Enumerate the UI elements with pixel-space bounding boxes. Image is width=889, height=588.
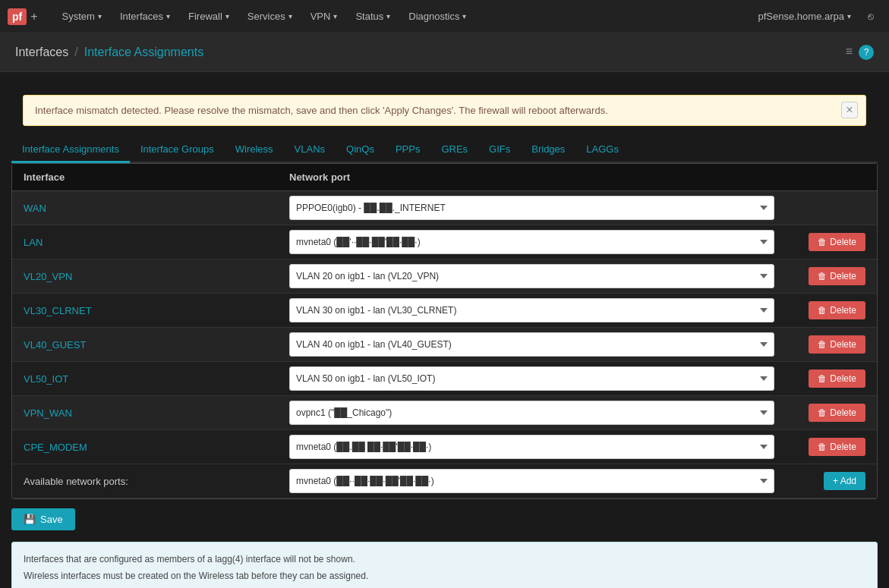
port-select-wan[interactable]: PPPOE0(igb0) - ██.██._INTERNET [289,196,774,220]
caret-icon: ▾ [333,12,337,20]
port-select-vl20[interactable]: VLAN 20 on igb1 - lan (VL20_VPN) [289,264,774,288]
col-interface-header: Interface [24,171,289,183]
brand: pf + [8,8,38,25]
interface-name-vpn-wan: VPN_WAN [24,407,289,419]
col-network-port-header: Network port [289,171,774,183]
tab-laggs[interactable]: LAGGs [575,137,629,163]
alert-close-button[interactable]: × [841,102,858,118]
list-view-icon[interactable]: ≡ [846,45,853,60]
network-port-cell-vl20: VLAN 20 on igb1 - lan (VL20_VPN) [289,264,774,288]
network-port-cell-cpe-modem: mvneta0 (██.██ ██·██'██·██·) [289,435,774,459]
port-select-vl30[interactable]: VLAN 30 on igb1 - lan (VL30_CLRNET) [289,298,774,322]
caret-icon: ▾ [166,12,170,20]
nav-item-diagnostics[interactable]: Diagnostics ▾ [399,0,475,33]
table-row: VL50_IOT VLAN 50 on igb1 - lan (VL50_IOT… [12,362,877,396]
table-header: Interface Network port [12,164,877,191]
header-icons: ≡ ? [846,45,874,60]
brand-plus: + [30,10,37,24]
tab-interface-assignments[interactable]: Interface Assignments [11,137,130,163]
trash-icon: 🗑 [818,271,827,281]
table-row: VL30_CLRNET VLAN 30 on igb1 - lan (VL30_… [12,294,877,328]
tab-ppps[interactable]: PPPs [385,137,431,163]
action-cell-cpe-modem: 🗑 Delete [774,438,865,456]
port-select-lan[interactable]: mvneta0 (██'··██·██'██·██·) [289,230,774,254]
port-select-vpn-wan[interactable]: ovpnc1 ("██_Chicago") [289,401,774,425]
interface-name-vl30: VL30_CLRNET [24,305,289,316]
interface-name-vl50: VL50_IOT [24,373,289,385]
alert-message: Interface mismatch detected. Please reso… [35,105,608,116]
network-port-cell-vpn-wan: ovpnc1 ("██_Chicago") [289,401,774,425]
caret-icon: ▾ [386,12,390,20]
table-row: LAN mvneta0 (██'··██·██'██·██·) 🗑 Delete [12,225,877,259]
nav-hostname[interactable]: pfSense.home.arpa ▾ [749,11,860,22]
nav-link-diagnostics[interactable]: Diagnostics ▾ [399,0,475,33]
available-port-cell: mvneta0 (██··██·██·██'██·██·) [289,469,774,493]
nav-item-vpn[interactable]: VPN ▾ [301,0,347,33]
trash-icon: 🗑 [818,407,827,418]
available-port-select[interactable]: mvneta0 (██··██·██·██'██·██·) [289,469,774,493]
mismatch-alert: Interface mismatch detected. Please reso… [23,95,866,126]
page-header: Interfaces / Interface Assignments ≡ ? [0,33,889,72]
delete-button-cpe-modem[interactable]: 🗑 Delete [809,438,865,456]
tab-vlans[interactable]: VLANs [284,137,336,163]
delete-button-vl40[interactable]: 🗑 Delete [809,335,865,354]
breadcrumb-parent[interactable]: Interfaces [15,46,68,59]
interface-name-lan: LAN [24,237,289,248]
help-icon[interactable]: ? [859,45,874,60]
tab-bar: Interface Assignments Interface Groups W… [11,137,878,163]
delete-button-vpn-wan[interactable]: 🗑 Delete [809,404,865,422]
interface-name-cpe-modem: CPE_MODEM [24,442,289,453]
nav-link-interfaces[interactable]: Interfaces ▾ [111,0,179,33]
breadcrumb-current: Interface Assignments [84,46,203,59]
delete-button-vl50[interactable]: 🗑 Delete [809,369,865,388]
table-row: VPN_WAN ovpnc1 ("██_Chicago") 🗑 Delete [12,396,877,430]
port-select-cpe-modem[interactable]: mvneta0 (██.██ ██·██'██·██·) [289,435,774,459]
nav-link-firewall[interactable]: Firewall ▾ [179,0,238,33]
tab-gres[interactable]: GREs [430,137,478,163]
interface-name-vl20: VL20_VPN [24,271,289,282]
main-content: Interface mismatch detected. Please reso… [0,72,889,588]
tab-qinqs[interactable]: QinQs [336,137,385,163]
tab-bridges[interactable]: Bridges [521,137,575,163]
nav-item-firewall[interactable]: Firewall ▾ [179,0,238,33]
network-port-cell-vl50: VLAN 50 on igb1 - lan (VL50_IOT) [289,366,774,391]
breadcrumb-separator: / [74,46,77,59]
action-cell-vpn-wan: 🗑 Delete [774,404,865,422]
trash-icon: 🗑 [818,237,827,247]
delete-button-vl20[interactable]: 🗑 Delete [809,267,865,285]
delete-button-vl30[interactable]: 🗑 Delete [809,301,865,319]
nav-logout-button[interactable]: ⎋ [860,11,881,22]
nav-link-vpn[interactable]: VPN ▾ [301,0,347,33]
action-cell-vl30: 🗑 Delete [774,301,865,319]
caret-icon: ▾ [225,12,229,20]
port-select-vl50[interactable]: VLAN 50 on igb1 - lan (VL50_IOT) [289,366,774,391]
tab-wireless[interactable]: Wireless [225,137,284,163]
network-port-cell-vl30: VLAN 30 on igb1 - lan (VL30_CLRNET) [289,298,774,322]
available-ports-label: Available network ports: [24,476,289,487]
tab-interface-groups[interactable]: Interface Groups [130,137,225,163]
add-action-cell: + Add [774,472,865,490]
caret-icon: ▾ [288,12,292,20]
action-cell-vl20: 🗑 Delete [774,267,865,285]
nav-link-status[interactable]: Status ▾ [346,0,399,33]
nav-item-services[interactable]: Services ▾ [238,0,301,33]
port-select-vl40[interactable]: VLAN 40 on igb1 - lan (VL40_GUEST) [289,332,774,357]
interface-name-vl40: VL40_GUEST [24,339,289,351]
save-button[interactable]: 💾 Save [11,508,75,530]
nav-link-services[interactable]: Services ▾ [238,0,301,33]
nav-item-status[interactable]: Status ▾ [346,0,399,33]
nav-item-interfaces[interactable]: Interfaces ▾ [111,0,179,33]
nav-item-system[interactable]: System ▾ [53,0,111,33]
breadcrumb: Interfaces / Interface Assignments [15,46,203,59]
table-row: WAN PPPOE0(igb0) - ██.██._INTERNET [12,191,877,225]
nav-menu: System ▾ Interfaces ▾ Firewall ▾ Service… [53,0,749,33]
table-row: CPE_MODEM mvneta0 (██.██ ██·██'██·██·) 🗑… [12,430,877,464]
add-button[interactable]: + Add [824,472,865,490]
delete-button-lan[interactable]: 🗑 Delete [809,233,865,251]
info-line-2: Wireless interfaces must be created on t… [24,568,865,585]
info-line-1: Interfaces that are configured as member… [24,552,865,568]
nav-link-system[interactable]: System ▾ [53,0,111,33]
save-icon: 💾 [24,514,36,525]
network-port-cell-vl40: VLAN 40 on igb1 - lan (VL40_GUEST) [289,332,774,357]
tab-gifs[interactable]: GIFs [478,137,521,163]
